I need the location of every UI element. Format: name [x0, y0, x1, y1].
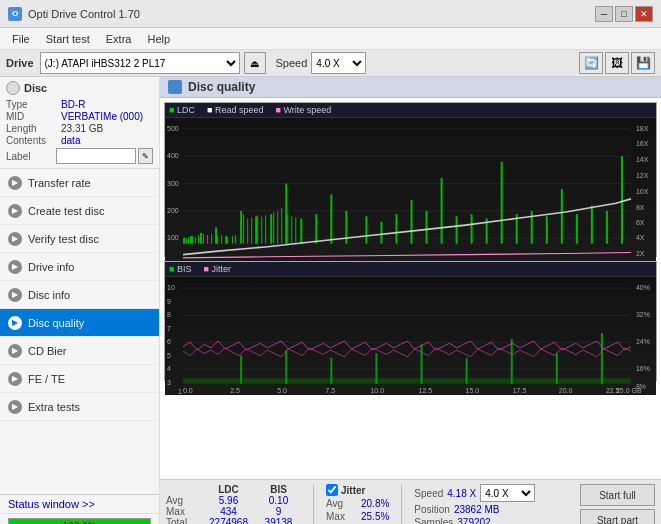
- svg-rect-60: [621, 156, 623, 243]
- svg-rect-69: [211, 234, 212, 244]
- menu-file[interactable]: File: [4, 31, 38, 47]
- avg-bis: 0.10: [256, 495, 301, 506]
- menu-start-test[interactable]: Start test: [38, 31, 98, 47]
- image-button[interactable]: 🖼: [605, 52, 629, 74]
- sidebar-item-fe-te[interactable]: ▶ FE / TE: [0, 365, 159, 393]
- menu-extra[interactable]: Extra: [98, 31, 140, 47]
- disc-title: Disc: [24, 82, 47, 94]
- svg-rect-121: [421, 344, 423, 383]
- label-button[interactable]: ✎: [138, 148, 153, 164]
- speed-value: 4.18 X: [447, 488, 476, 499]
- svg-text:16%: 16%: [636, 364, 650, 373]
- status-window-button[interactable]: Status window >>: [0, 495, 159, 514]
- svg-text:7: 7: [167, 324, 171, 333]
- sidebar-item-create-test-disc[interactable]: ▶ Create test disc: [0, 197, 159, 225]
- start-part-button[interactable]: Start part: [580, 509, 655, 524]
- type-label: Type: [6, 99, 61, 110]
- svg-rect-61: [184, 237, 185, 244]
- svg-text:1: 1: [178, 386, 182, 395]
- eject-button[interactable]: ⏏: [244, 52, 266, 74]
- avg-label: Avg: [166, 495, 201, 506]
- total-bis: 39138: [256, 517, 301, 524]
- window-controls[interactable]: ─ □ ✕: [595, 6, 653, 22]
- max-row: Max 434 9: [166, 506, 301, 517]
- svg-rect-48: [441, 178, 443, 244]
- position-label: Position: [414, 504, 450, 515]
- bottom-chart-svg: 10 9 8 7 6 5 4 3 1 40% 32% 24% 16% 8%: [165, 277, 656, 395]
- contents-label: Contents: [6, 135, 61, 146]
- jitter-avg-row: Avg 20.8%: [326, 498, 389, 509]
- extra-tests-icon: ▶: [8, 400, 22, 414]
- stats-footer: LDC BIS Avg 5.96 0.10 Max 434 9 Total 22…: [160, 479, 661, 524]
- sidebar-item-disc-quality[interactable]: ▶ Disc quality: [0, 309, 159, 337]
- sidebar-item-cd-bier[interactable]: ▶ CD Bier: [0, 337, 159, 365]
- svg-text:14X: 14X: [636, 154, 649, 163]
- disc-icon: [6, 81, 20, 95]
- svg-rect-68: [207, 235, 208, 244]
- disc-header: Disc: [6, 81, 153, 95]
- label-input[interactable]: [56, 148, 136, 164]
- svg-text:5.0: 5.0: [277, 385, 287, 394]
- svg-rect-124: [556, 353, 558, 383]
- minimize-button[interactable]: ─: [595, 6, 613, 22]
- svg-rect-70: [217, 236, 218, 244]
- svg-rect-120: [375, 353, 377, 383]
- drive-label: Drive: [6, 57, 34, 69]
- svg-rect-64: [192, 236, 193, 244]
- total-ldc: 2274968: [201, 517, 256, 524]
- refresh-button[interactable]: 🔄: [579, 52, 603, 74]
- stats-header: LDC BIS: [166, 484, 301, 495]
- cd-bier-icon: ▶: [8, 344, 22, 358]
- drive-info-label: Drive info: [28, 261, 74, 273]
- svg-text:100: 100: [167, 233, 179, 242]
- transfer-rate-label: Transfer rate: [28, 177, 91, 189]
- svg-rect-71: [221, 235, 222, 244]
- svg-text:4: 4: [167, 364, 171, 373]
- jitter-avg-val: 20.8%: [361, 498, 389, 509]
- svg-rect-123: [511, 339, 513, 384]
- svg-rect-118: [285, 350, 287, 384]
- divider-2: [401, 484, 402, 524]
- mid-value: VERBATIMe (000): [61, 111, 143, 122]
- sidebar-item-extra-tests[interactable]: ▶ Extra tests: [0, 393, 159, 421]
- speed-select[interactable]: 4.0 X: [480, 484, 535, 502]
- svg-rect-43: [365, 216, 367, 243]
- svg-text:25.0 GB: 25.0 GB: [616, 385, 642, 394]
- svg-rect-85: [291, 216, 292, 243]
- jitter-checkbox[interactable]: [326, 484, 338, 496]
- read-speed-legend: ■ Read speed: [207, 105, 264, 115]
- create-test-disc-label: Create test disc: [28, 205, 104, 217]
- save-button[interactable]: 💾: [631, 52, 655, 74]
- speed-select[interactable]: 4.0 X: [311, 52, 366, 74]
- sidebar-item-drive-info[interactable]: ▶ Drive info: [0, 253, 159, 281]
- svg-text:8X: 8X: [636, 203, 645, 212]
- disc-quality-label: Disc quality: [28, 317, 84, 329]
- contents-value: data: [61, 135, 80, 146]
- svg-text:400: 400: [167, 151, 179, 160]
- drive-info-icon: ▶: [8, 260, 22, 274]
- toolbar-icons: 🔄 🖼 💾: [579, 52, 655, 74]
- svg-text:17.5: 17.5: [513, 385, 527, 394]
- svg-rect-84: [287, 214, 288, 244]
- disc-contents-row: Contents data: [6, 135, 153, 146]
- svg-rect-56: [561, 189, 563, 244]
- extra-tests-label: Extra tests: [28, 401, 80, 413]
- menu-help[interactable]: Help: [139, 31, 178, 47]
- svg-rect-119: [330, 358, 332, 384]
- svg-rect-44: [380, 222, 382, 244]
- disc-length-row: Length 23.31 GB: [6, 123, 153, 134]
- svg-text:8: 8: [167, 310, 171, 319]
- sidebar-item-disc-info[interactable]: ▶ Disc info: [0, 281, 159, 309]
- start-full-button[interactable]: Start full: [580, 484, 655, 506]
- app-title: Opti Drive Control 1.70: [28, 8, 140, 20]
- transfer-rate-icon: ▶: [8, 176, 22, 190]
- charts-area: ■ LDC ■ Read speed ■ Write speed 500 400…: [160, 98, 661, 479]
- sidebar-item-transfer-rate[interactable]: ▶ Transfer rate: [0, 169, 159, 197]
- sidebar-item-verify-test-disc[interactable]: ▶ Verify test disc: [0, 225, 159, 253]
- type-value: BD-R: [61, 99, 85, 110]
- close-button[interactable]: ✕: [635, 6, 653, 22]
- drive-select[interactable]: (J:) ATAPI iHBS312 2 PL17: [40, 52, 240, 74]
- maximize-button[interactable]: □: [615, 6, 633, 22]
- svg-rect-49: [456, 216, 458, 243]
- svg-rect-81: [273, 212, 274, 244]
